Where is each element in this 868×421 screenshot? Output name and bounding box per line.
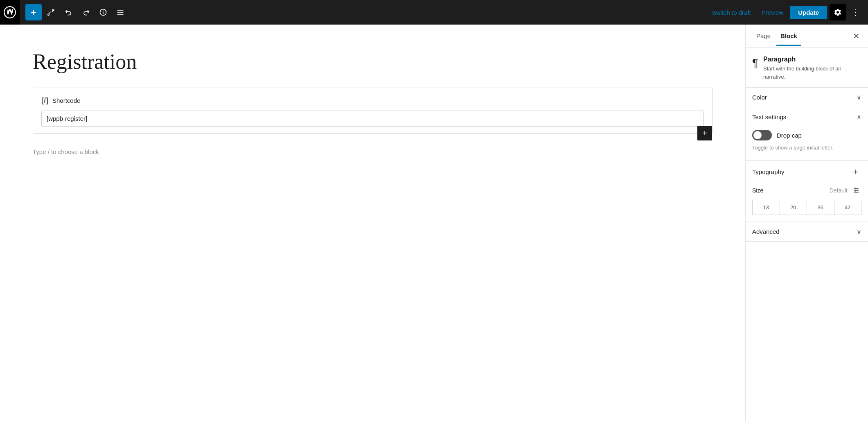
- wp-logo: [0, 0, 20, 25]
- block-info-text: Paragraph Start with the building block …: [763, 56, 861, 81]
- typography-title: Typography: [752, 168, 784, 175]
- advanced-section: Advanced ∨: [746, 222, 868, 242]
- redo-button[interactable]: [79, 5, 93, 20]
- tab-block[interactable]: Block: [776, 26, 801, 46]
- tools-button[interactable]: [44, 5, 59, 20]
- add-block-button[interactable]: +: [25, 4, 42, 20]
- size-presets: 13 20 36 42: [752, 200, 861, 215]
- color-section-title: Color: [752, 94, 767, 101]
- text-settings-content: Drop cap Toggle to show a large initial …: [746, 127, 868, 160]
- color-chevron-icon: ∨: [857, 93, 861, 101]
- size-value: Default: [830, 187, 848, 194]
- shortcode-block: [/] Shortcode +: [33, 88, 712, 134]
- page-title: Registration: [33, 49, 712, 75]
- block-name: Paragraph: [763, 56, 861, 63]
- drop-cap-toggle[interactable]: [752, 130, 772, 140]
- shortcode-input[interactable]: [41, 111, 704, 127]
- update-button[interactable]: Update: [790, 6, 827, 19]
- color-section: Color ∨: [746, 88, 868, 107]
- info-button[interactable]: [96, 5, 110, 20]
- preview-button[interactable]: Preview: [758, 7, 787, 18]
- drop-cap-label: Drop cap: [777, 132, 802, 139]
- typography-header[interactable]: Typography +: [746, 161, 868, 183]
- svg-point-11: [855, 192, 856, 193]
- block-description: Start with the building block of all nar…: [763, 65, 861, 81]
- shortcode-header: [/] Shortcode: [41, 96, 704, 105]
- color-section-header[interactable]: Color ∨: [746, 88, 868, 107]
- size-controls-button[interactable]: [851, 185, 861, 196]
- type-hint: Type / to choose a block: [33, 148, 712, 155]
- text-settings-section: Text settings ∧ Drop cap Toggle to show …: [746, 107, 868, 161]
- typography-add-button[interactable]: +: [850, 166, 861, 178]
- text-settings-title: Text settings: [752, 113, 786, 120]
- text-settings-header[interactable]: Text settings ∧: [746, 107, 868, 127]
- advanced-title: Advanced: [752, 228, 780, 235]
- svg-point-10: [857, 190, 858, 191]
- block-info: ¶ Paragraph Start with the building bloc…: [746, 48, 868, 88]
- drop-cap-description: Toggle to show a large initial letter.: [752, 144, 861, 152]
- switch-to-draft-button[interactable]: Switch to draft: [708, 7, 755, 18]
- add-block-bottom-button[interactable]: +: [697, 126, 712, 140]
- shortcode-label: Shortcode: [52, 97, 80, 104]
- editor-area: Registration [/] Shortcode + Type / to c…: [0, 25, 745, 421]
- settings-button[interactable]: [830, 4, 846, 20]
- main-layout: Registration [/] Shortcode + Type / to c…: [0, 25, 868, 421]
- sidebar: Page Block ✕ ¶ Paragraph Start with the …: [745, 25, 868, 421]
- typography-section: Typography + Size Default: [746, 161, 868, 222]
- advanced-chevron-icon: ∨: [857, 228, 861, 235]
- size-preset-20[interactable]: 20: [780, 200, 807, 215]
- size-preset-42[interactable]: 42: [834, 200, 861, 215]
- sidebar-tabs: Page Block ✕: [746, 25, 868, 48]
- close-sidebar-button[interactable]: ✕: [851, 29, 861, 43]
- tab-page[interactable]: Page: [752, 26, 775, 46]
- more-options-button[interactable]: ⋮: [848, 5, 863, 20]
- paragraph-icon: ¶: [752, 57, 758, 70]
- shortcode-icon: [/]: [41, 96, 48, 105]
- svg-point-9: [854, 188, 856, 189]
- size-row: Size Default: [746, 183, 868, 197]
- drop-cap-row: Drop cap: [752, 130, 861, 140]
- list-view-button[interactable]: [113, 5, 128, 20]
- size-label: Size: [752, 187, 830, 194]
- topbar: + Switch to draft Preview U: [0, 0, 868, 25]
- text-settings-chevron-icon: ∧: [857, 113, 861, 121]
- advanced-header[interactable]: Advanced ∨: [746, 222, 868, 241]
- undo-button[interactable]: [61, 5, 76, 20]
- size-preset-13[interactable]: 13: [753, 200, 780, 215]
- toggle-slider: [752, 130, 772, 140]
- size-preset-36[interactable]: 36: [807, 200, 834, 215]
